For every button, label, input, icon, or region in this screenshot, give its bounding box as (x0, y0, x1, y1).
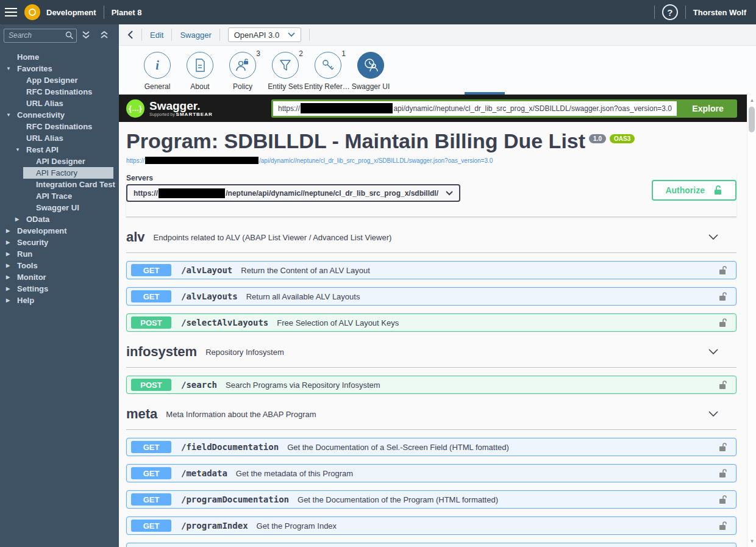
lock-icon[interactable] (719, 318, 727, 328)
section-header[interactable]: infosystem Repository Infosystem (126, 332, 736, 368)
help-icon[interactable]: ? (662, 4, 678, 20)
lock-icon[interactable] (719, 442, 727, 452)
sidebar-item-home[interactable]: Home (0, 51, 119, 63)
endpoint-row[interactable]: GET /programDocumentation Get the Docume… (126, 490, 736, 509)
lock-icon[interactable] (719, 380, 727, 390)
scroll-up-icon[interactable]: ▲ (747, 96, 756, 105)
chevron-down-icon[interactable] (708, 234, 718, 240)
endpoint-row[interactable]: GET /alvLayout Return the Content of an … (126, 261, 736, 279)
endpoint-row-partial[interactable] (126, 543, 736, 547)
scheme-container: Servers https:// /neptune/api/dynamic//n… (126, 174, 736, 217)
section-header[interactable]: alv Endpoints related to ALV (ABAP List … (126, 217, 736, 253)
tab-count-badge: 2 (299, 49, 303, 58)
method-badge: GET (131, 441, 171, 453)
sidebar-item-settings[interactable]: ▶Settings (0, 283, 119, 295)
sidebar-item-odata[interactable]: ▶OData (0, 213, 119, 225)
sidebar-item-help[interactable]: ▶Help (0, 295, 119, 306)
sidebar-item-development[interactable]: ▶Development (0, 225, 119, 237)
endpoint-path: /metadata (181, 468, 227, 478)
collapsed-arrow-icon: ▶ (6, 248, 17, 260)
app-logo[interactable] (24, 4, 40, 20)
icon-tab-bar: i General About 3 (119, 46, 756, 95)
sidebar-item-integration-card-test[interactable]: Integration Card Test (0, 179, 119, 190)
method-badge: GET (131, 493, 171, 506)
endpoint-summary: Return all Available ALV Layouts (246, 292, 360, 301)
sidebar-item-tools[interactable]: ▶Tools (0, 260, 119, 271)
sidebar-item-monitor[interactable]: ▶Monitor (0, 271, 119, 283)
sidebar-item-url-alias[interactable]: URL Alias (0, 98, 119, 109)
menu-icon[interactable] (0, 0, 22, 24)
chevron-down-icon[interactable] (708, 411, 718, 417)
lock-icon[interactable] (719, 468, 727, 479)
expanded-arrow-icon: ▼ (6, 63, 17, 74)
endpoint-row[interactable]: POST /search Search Programs via Reposit… (126, 376, 736, 394)
explore-button[interactable]: Explore (679, 99, 737, 118)
endpoint-row[interactable]: GET /alvLayouts Return all Available ALV… (126, 287, 736, 306)
endpoint-summary: Get the Documentation of a Sel.-Screen F… (287, 443, 509, 452)
scroll-down-icon[interactable]: ▼ (747, 537, 756, 546)
sidebar-item-url-alias-2[interactable]: URL Alias (0, 132, 119, 144)
openapi-version-select[interactable]: OpenAPI 3.0 (228, 27, 301, 42)
tab-about[interactable]: About (179, 46, 221, 91)
divider (171, 29, 172, 41)
sidebar-item-security[interactable]: ▶Security (0, 237, 119, 248)
redaction-bar (159, 188, 225, 198)
person-clock-icon (363, 58, 379, 73)
swagger-button[interactable]: Swagger (180, 30, 211, 40)
sidebar-item-api-designer[interactable]: API Designer (0, 156, 119, 167)
edit-button[interactable]: Edit (150, 30, 163, 40)
tab-general[interactable]: i General (136, 46, 179, 91)
tab-policy[interactable]: 3 Policy (221, 46, 264, 91)
tab-entity-sets[interactable]: 2 Entity Sets (264, 46, 307, 91)
sidebar-item-connectivity[interactable]: ▼Connectivity (0, 109, 119, 121)
collapsed-arrow-icon: ▶ (6, 295, 17, 306)
endpoint-summary: Return the Content of an ALV Layout (241, 266, 370, 275)
divider (685, 5, 686, 19)
api-section-alv: alv Endpoints related to ALV (ABAP List … (126, 217, 736, 332)
section-description: Endpoints related to ALV (ABAP List View… (154, 233, 392, 242)
sidebar-item-favorites[interactable]: ▼Favorites (0, 63, 119, 74)
collapse-all-icon[interactable] (77, 27, 95, 44)
lock-icon[interactable] (719, 291, 727, 302)
sidebar-item-rfc-destinations[interactable]: RFC Destinations (0, 86, 119, 98)
search-icon[interactable] (65, 31, 74, 40)
back-chevron-icon (127, 30, 134, 40)
api-section-meta: meta Meta Information about the ABAP Pro… (126, 394, 736, 547)
sidebar-item-rest-api[interactable]: ▼Rest API (0, 144, 119, 156)
filter-icon (279, 59, 291, 71)
collapsed-arrow-icon: ▶ (15, 213, 26, 225)
divider (141, 29, 142, 41)
endpoint-row[interactable]: POST /selectAlvLayouts Free Selection of… (126, 313, 736, 332)
sidebar-item-rfc-destinations-2[interactable]: RFC Destinations (0, 121, 119, 132)
expanded-arrow-icon: ▼ (15, 144, 26, 156)
endpoint-row[interactable]: GET /programIndex Get the Program Index (126, 517, 736, 535)
tab-swagger-ui[interactable]: Swagger UI (349, 46, 392, 91)
vertical-scrollbar[interactable]: ▲ ▼ (747, 95, 756, 547)
endpoint-summary: Get the Documentation of the Program (HT… (298, 495, 498, 504)
sidebar-item-api-factory[interactable]: API Factory (0, 167, 119, 179)
sidebar-item-app-designer[interactable]: App Designer (0, 74, 119, 86)
tab-entity-references[interactable]: 1 Entity Refere... (307, 46, 349, 91)
sidebar-item-api-trace[interactable]: API Trace (0, 190, 119, 202)
lock-icon[interactable] (719, 521, 727, 531)
endpoint-row[interactable]: GET /fieldDocumentation Get the Document… (126, 438, 736, 456)
spec-url-input[interactable]: https:// api/dynamic//neptune/cl_dr_lib_… (271, 99, 679, 118)
endpoint-path: /selectAlvLayouts (181, 318, 268, 327)
server-select[interactable]: https:// /neptune/api/dynamic//neptune/c… (126, 184, 460, 202)
endpoint-path: /programIndex (181, 521, 248, 531)
sidebar-item-swagger-ui[interactable]: Swagger UI (0, 202, 119, 213)
spec-url-link[interactable]: https:// /api/dynamic//neptune/cl_dr_lib… (126, 157, 493, 164)
expand-all-icon[interactable] (95, 27, 113, 44)
authorize-button[interactable]: Authorize (652, 180, 736, 201)
chevron-down-icon (446, 191, 453, 196)
back-button[interactable] (127, 30, 134, 40)
lock-icon[interactable] (719, 265, 727, 276)
endpoint-row[interactable]: GET /metadata Get the metadata of this P… (126, 464, 736, 482)
user-name[interactable]: Thorsten Wolf (693, 8, 746, 17)
chevron-down-icon[interactable] (708, 349, 718, 355)
section-header[interactable]: meta Meta Information about the ABAP Pro… (126, 394, 736, 430)
sidebar-item-run[interactable]: ▶Run (0, 248, 119, 260)
scrollbar-thumb[interactable] (749, 107, 755, 132)
endpoint-summary: Search Programs via Repository Infosyste… (226, 381, 380, 390)
lock-icon[interactable] (719, 495, 727, 505)
